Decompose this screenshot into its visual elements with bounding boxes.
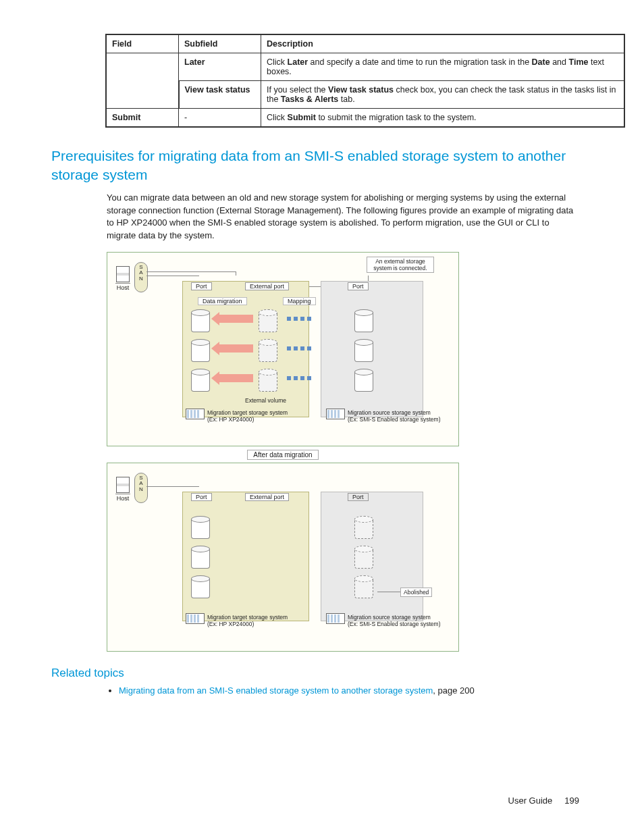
san: S A N bbox=[134, 262, 148, 292]
cylinder-icon bbox=[191, 575, 210, 598]
cell-desc-submit: Click Submit to submit the migration tas… bbox=[261, 109, 625, 128]
related-topics-heading: Related topics bbox=[51, 667, 579, 680]
related-topic-item: Migrating data from an SMI-S enabled sto… bbox=[119, 685, 579, 696]
cylinder-icon bbox=[259, 369, 277, 392]
port-label-2: Port bbox=[348, 493, 369, 501]
data-migration-label: Data migration bbox=[198, 297, 247, 305]
th-field: Field bbox=[106, 34, 179, 53]
section-paragraph: You can migrate data between an old and … bbox=[107, 192, 579, 242]
cylinder-icon bbox=[354, 339, 373, 362]
port-label-2: Port bbox=[348, 282, 369, 290]
cell-field-blank bbox=[106, 53, 179, 109]
io-icon bbox=[326, 409, 345, 419]
target-caption: Migration target storage system (Ex: HP … bbox=[207, 409, 308, 423]
arrow-icon bbox=[218, 344, 253, 353]
io-icon bbox=[186, 613, 205, 624]
external-port-label: External port bbox=[245, 493, 289, 501]
cylinder-icon bbox=[354, 546, 373, 569]
io-icon bbox=[326, 613, 345, 624]
cylinder-icon bbox=[354, 575, 373, 598]
arrow-icon bbox=[218, 374, 253, 382]
figure-after: Host S A N Port External port Port Aboli… bbox=[107, 463, 459, 652]
related-topic-link[interactable]: Migrating data from an SMI-S enabled sto… bbox=[119, 685, 433, 696]
cylinder-icon bbox=[354, 309, 373, 332]
cylinder-icon bbox=[191, 309, 210, 332]
abolished-label: Abolished bbox=[400, 588, 432, 597]
figures: An external storage system is connected.… bbox=[107, 252, 459, 652]
source-caption: Migration source storage system (Ex: SMI… bbox=[348, 614, 456, 627]
server-icon bbox=[116, 477, 130, 493]
after-migration-label: After data migration bbox=[107, 449, 459, 460]
cylinder-icon bbox=[259, 339, 277, 362]
mapping-label: Mapping bbox=[283, 297, 316, 305]
related-topics-list: Migrating data from an SMI-S enabled sto… bbox=[119, 685, 579, 696]
port-label-1: Port bbox=[191, 282, 212, 290]
cylinder-icon bbox=[354, 516, 373, 539]
cylinder-icon bbox=[259, 309, 277, 332]
host: Host bbox=[115, 477, 130, 502]
target-caption: Migration target storage system (Ex: HP … bbox=[207, 614, 308, 627]
cell-sub-dash: - bbox=[179, 109, 261, 128]
host: Host bbox=[115, 266, 130, 291]
cylinder-icon bbox=[191, 546, 210, 569]
san: S A N bbox=[134, 473, 148, 503]
note-external-connected: An external storage system is connected. bbox=[367, 257, 434, 273]
cylinder-icon bbox=[191, 516, 210, 539]
cell-desc-later: Click Later and specify a date and time … bbox=[261, 53, 625, 81]
external-port-label: External port bbox=[245, 282, 289, 290]
th-subfield: Subfield bbox=[179, 34, 261, 53]
source-caption: Migration source storage system (Ex: SMI… bbox=[348, 409, 456, 423]
field-table: Field Subfield Description Later Click L… bbox=[105, 34, 625, 128]
io-icon bbox=[186, 409, 205, 419]
server-icon bbox=[116, 266, 130, 282]
external-volume-label: External volume bbox=[245, 397, 286, 404]
figure-before: An external storage system is connected.… bbox=[107, 252, 459, 446]
section-heading: Prerequisites for migrating data from an… bbox=[51, 147, 579, 185]
cylinder-icon bbox=[191, 369, 210, 392]
arrow-icon bbox=[218, 315, 253, 323]
cell-field-submit: Submit bbox=[106, 109, 179, 128]
cell-desc-viewtask: If you select the View task status check… bbox=[261, 81, 625, 109]
th-description: Description bbox=[261, 34, 625, 53]
cell-sub-viewtask: View task status bbox=[179, 81, 261, 109]
port-label-1: Port bbox=[191, 493, 212, 501]
cylinder-icon bbox=[354, 369, 373, 392]
cylinder-icon bbox=[191, 339, 210, 362]
cell-sub-later: Later bbox=[179, 53, 261, 81]
page-footer: User Guide199 bbox=[508, 796, 579, 806]
